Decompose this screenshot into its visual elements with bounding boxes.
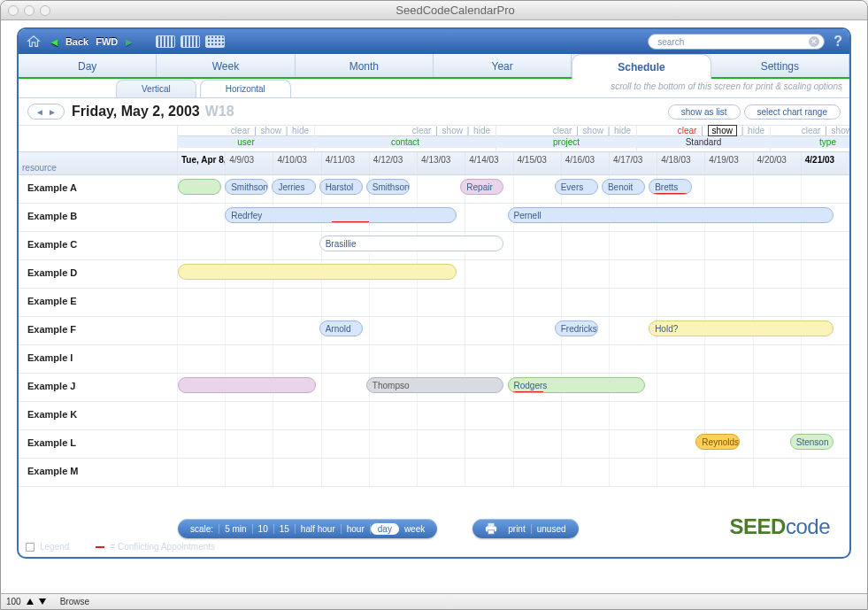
filter-show[interactable]: show: [708, 125, 737, 136]
appointment-bar[interactable]: Harstol: [319, 179, 363, 195]
appointment-bar[interactable]: [178, 377, 316, 393]
resource-label: Example D: [19, 260, 178, 288]
appointment-bar[interactable]: Smithson: [225, 179, 268, 195]
scale-option[interactable]: 10: [253, 524, 274, 534]
filter-show[interactable]: show: [832, 126, 851, 135]
filter-clear[interactable]: clear: [678, 126, 697, 135]
scale-option[interactable]: 5 min: [219, 524, 252, 534]
tab-month[interactable]: Month: [296, 54, 434, 77]
prev-day-icon[interactable]: ◄: [35, 107, 44, 117]
view-list-icon[interactable]: [156, 35, 175, 48]
zoom-level[interactable]: 100: [6, 597, 21, 606]
show-as-list-button[interactable]: show as list: [668, 104, 741, 120]
tab-day[interactable]: Day: [19, 54, 157, 77]
print-controls: print unused: [472, 519, 578, 538]
filter-label: user: [178, 135, 314, 148]
date-column-header[interactable]: 4/18/03: [657, 152, 705, 174]
filter-hide[interactable]: hide: [614, 126, 631, 135]
appointment-bar[interactable]: [178, 179, 221, 195]
view-columns-icon[interactable]: [181, 35, 200, 48]
minimize-window-button[interactable]: [24, 5, 35, 16]
unused-button[interactable]: unused: [532, 524, 572, 534]
filter-user: clear | show | hideuser: [178, 126, 315, 151]
appointment-bar[interactable]: Rodgers: [508, 377, 646, 393]
date-header-row: resourceTue, Apr 8, 20034/9/034/10/034/1…: [19, 152, 849, 175]
next-day-icon[interactable]: ►: [48, 107, 57, 117]
appointment-bar[interactable]: Benoit: [602, 179, 645, 195]
sub-tab-horizontal[interactable]: Horizontal: [200, 80, 291, 97]
select-chart-range-button[interactable]: select chart range: [744, 104, 841, 120]
date-column-header[interactable]: 4/14/03: [465, 152, 513, 174]
appointment-bar[interactable]: Thompso: [366, 377, 504, 393]
date-column-header[interactable]: 4/17/03: [610, 152, 657, 174]
filter-clear[interactable]: clear: [802, 126, 821, 135]
resource-label: Example M: [19, 459, 178, 486]
appointment-bar[interactable]: Brasillie: [319, 236, 504, 251]
date-column-header[interactable]: 4/9/03: [226, 152, 273, 174]
appointment-bar[interactable]: Bretts: [649, 179, 692, 195]
current-date: Friday, May 2, 2003: [72, 104, 200, 120]
appointment-bar[interactable]: Reynolds: [695, 434, 739, 450]
back-button[interactable]: Back: [65, 36, 88, 47]
scale-option[interactable]: week: [399, 524, 430, 534]
date-column-header[interactable]: 4/12/03: [370, 152, 418, 174]
zoom-down-icon[interactable]: [39, 598, 46, 605]
fwd-button[interactable]: FWD: [96, 36, 118, 47]
gantt-body[interactable]: Example ASmithsonJerriesHarstolSmithsonR…: [19, 175, 849, 492]
appointment-bar[interactable]: Redrfey: [225, 207, 457, 223]
main-tabs: DayWeekMonthYearScheduleSettings: [19, 54, 849, 79]
appointment-bar[interactable]: Jerries: [272, 179, 315, 195]
appointment-bar[interactable]: [178, 264, 457, 280]
appointment-bar[interactable]: Repair: [460, 179, 503, 195]
clear-search-icon[interactable]: ✕: [809, 36, 819, 47]
filter-contact: clear | show | hidecontact: [315, 126, 496, 151]
appointment-bar[interactable]: Stenson: [790, 434, 833, 450]
scale-option[interactable]: 15: [274, 524, 296, 534]
filter-hide[interactable]: hide: [748, 126, 764, 135]
scale-option[interactable]: day: [371, 523, 399, 535]
tab-schedule[interactable]: Schedule: [572, 54, 711, 79]
filter-show[interactable]: show: [442, 126, 463, 135]
filter-show[interactable]: show: [261, 126, 281, 135]
filter-clear[interactable]: clear: [231, 126, 250, 135]
appointment-bar[interactable]: Arnold: [319, 320, 363, 336]
zoom-up-icon[interactable]: [27, 598, 34, 605]
scale-option[interactable]: hour: [342, 524, 371, 534]
tab-settings[interactable]: Settings: [711, 54, 849, 77]
date-step-buttons[interactable]: ◄ ►: [27, 104, 65, 120]
view-grid-icon[interactable]: [205, 35, 225, 48]
appointment-bar[interactable]: Smithson: [366, 179, 410, 195]
filter-hide[interactable]: hide: [473, 126, 490, 135]
date-column-header[interactable]: 4/16/03: [562, 152, 610, 174]
scale-option[interactable]: half hour: [296, 524, 342, 534]
layout-mode: Browse: [60, 597, 89, 606]
date-column-header[interactable]: 4/19/03: [705, 152, 753, 174]
date-column-header[interactable]: 4/10/03: [273, 152, 321, 174]
filter-show[interactable]: show: [583, 126, 603, 135]
help-button[interactable]: ?: [833, 34, 842, 50]
appointment-bar[interactable]: Evers: [555, 179, 598, 195]
tab-week[interactable]: Week: [157, 54, 295, 77]
appointment-bar[interactable]: Fredricks: [555, 320, 598, 336]
search-input[interactable]: search ✕: [648, 34, 825, 50]
filter-hide[interactable]: hide: [292, 126, 309, 135]
home-icon[interactable]: [26, 34, 42, 50]
print-button[interactable]: print: [503, 524, 531, 534]
appointment-bar[interactable]: Pernell: [508, 207, 834, 223]
date-column-header[interactable]: 4/20/03: [754, 152, 802, 174]
filter-clear[interactable]: clear: [553, 126, 572, 135]
close-window-button[interactable]: [8, 5, 19, 16]
filter-clear[interactable]: clear: [412, 126, 432, 135]
back-arrow-icon[interactable]: ◄: [49, 35, 60, 49]
fwd-arrow-icon[interactable]: ►: [123, 35, 134, 49]
appointment-bar[interactable]: Hold?: [649, 320, 833, 336]
date-column-header[interactable]: 4/15/03: [514, 152, 562, 174]
zoom-window-button[interactable]: [40, 5, 50, 16]
tab-year[interactable]: Year: [434, 54, 572, 77]
date-column-header[interactable]: 4/13/03: [418, 152, 465, 174]
date-column-header[interactable]: Tue, Apr 8, 2003: [178, 152, 226, 174]
sub-tab-vertical[interactable]: Vertical: [116, 80, 196, 97]
date-column-header[interactable]: 4/11/03: [322, 152, 370, 174]
date-nav-row: ◄ ► Friday, May 2, 2003 W18 show as list…: [19, 98, 849, 126]
date-column-header[interactable]: 4/21/03: [802, 152, 849, 174]
